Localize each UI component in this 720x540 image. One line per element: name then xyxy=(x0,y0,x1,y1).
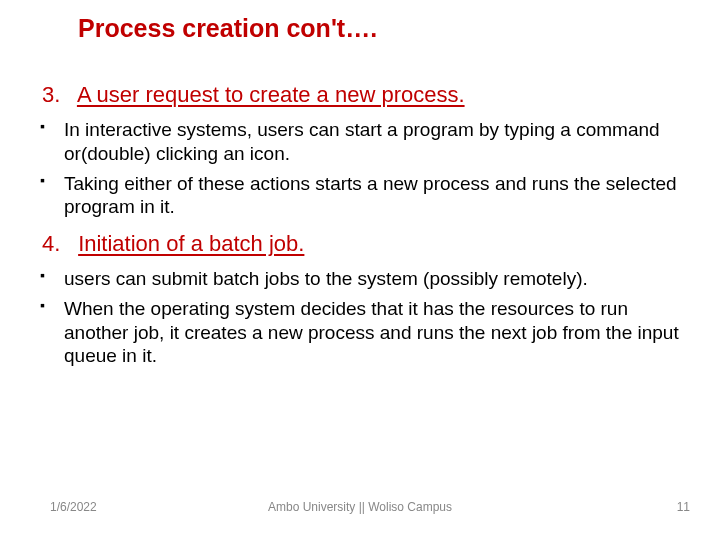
slide-footer: 1/6/2022 Ambo University || Woliso Campu… xyxy=(0,500,720,520)
bullet-item: Taking either of these actions starts a … xyxy=(24,172,696,220)
bullet-list-3: In interactive systems, users can start … xyxy=(24,118,696,219)
slide-title: Process creation con't…. xyxy=(78,14,377,43)
bullet-item: When the operating system decides that i… xyxy=(24,297,696,368)
bullet-list-4: users can submit batch jobs to the syste… xyxy=(24,267,696,368)
item-label: Initiation of a batch job. xyxy=(78,231,304,256)
bullet-item: users can submit batch jobs to the syste… xyxy=(24,267,696,291)
footer-center: Ambo University || Woliso Campus xyxy=(0,500,720,514)
numbered-item-4: 4. Initiation of a batch job. xyxy=(24,231,696,257)
item-label: A user request to create a new process. xyxy=(77,82,465,107)
slide: Process creation con't…. 3. A user reque… xyxy=(0,0,720,540)
numbered-item-3: 3. A user request to create a new proces… xyxy=(24,82,696,108)
item-number: 3. xyxy=(42,82,72,108)
item-number: 4. xyxy=(42,231,72,257)
slide-content: 3. A user request to create a new proces… xyxy=(24,82,696,380)
bullet-item: In interactive systems, users can start … xyxy=(24,118,696,166)
footer-page-number: 11 xyxy=(677,500,690,514)
